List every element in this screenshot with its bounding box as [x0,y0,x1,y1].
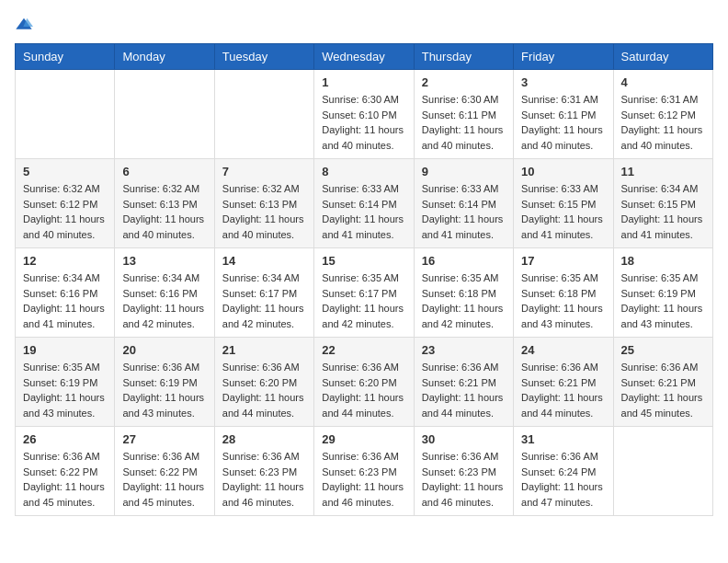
sunset-text: Sunset: 6:16 PM [122,288,197,299]
day-info: Sunrise: 6:32 AM Sunset: 6:13 PM Dayligh… [122,181,206,242]
day-cell-31: 31 Sunrise: 6:36 AM Sunset: 6:24 PM Dayl… [514,427,613,516]
day-info: Sunrise: 6:35 AM Sunset: 6:19 PM Dayligh… [621,270,705,331]
daylight-text: Daylight: 11 hours and 40 minutes. [521,124,603,151]
day-cell-26: 26 Sunrise: 6:36 AM Sunset: 6:22 PM Dayl… [16,427,115,516]
header-saturday: Saturday [613,44,712,70]
header-monday: Monday [115,44,214,70]
day-number: 14 [222,254,306,268]
day-cell-10: 10 Sunrise: 6:33 AM Sunset: 6:15 PM Dayl… [514,159,613,248]
header-tuesday: Tuesday [214,44,313,70]
sunset-text: Sunset: 6:18 PM [422,288,496,299]
sunrise-text: Sunrise: 6:35 AM [322,272,399,283]
day-number: 18 [621,254,705,268]
day-cell-empty [214,70,313,159]
week-row-2: 5 Sunrise: 6:32 AM Sunset: 6:12 PM Dayli… [16,159,713,248]
header-wednesday: Wednesday [314,44,414,70]
week-row-1: 1 Sunrise: 6:30 AM Sunset: 6:10 PM Dayli… [16,70,713,159]
day-info: Sunrise: 6:36 AM Sunset: 6:21 PM Dayligh… [422,360,506,420]
daylight-text: Daylight: 11 hours and 45 minutes. [23,481,105,508]
day-number: 24 [521,343,605,357]
day-number: 6 [122,165,206,178]
sunset-text: Sunset: 6:13 PM [122,199,197,210]
day-cell-18: 18 Sunrise: 6:35 AM Sunset: 6:19 PM Dayl… [613,248,712,338]
daylight-text: Daylight: 11 hours and 42 minutes. [322,303,404,329]
calendar-header-row: SundayMondayTuesdayWednesdayThursdayFrid… [16,44,713,70]
daylight-text: Daylight: 11 hours and 45 minutes. [621,392,703,419]
sunset-text: Sunset: 6:21 PM [621,377,696,388]
day-cell-23: 23 Sunrise: 6:36 AM Sunset: 6:21 PM Dayl… [414,338,513,427]
sunrise-text: Sunrise: 6:34 AM [621,183,699,194]
day-cell-14: 14 Sunrise: 6:34 AM Sunset: 6:17 PM Dayl… [214,248,313,338]
day-cell-8: 8 Sunrise: 6:33 AM Sunset: 6:14 PM Dayli… [314,159,414,248]
sunset-text: Sunset: 6:17 PM [222,288,297,299]
day-cell-29: 29 Sunrise: 6:36 AM Sunset: 6:23 PM Dayl… [314,427,414,516]
sunset-text: Sunset: 6:23 PM [222,466,297,477]
day-number: 2 [422,75,506,89]
day-cell-empty [16,70,115,159]
daylight-text: Daylight: 11 hours and 43 minutes. [122,392,204,419]
day-cell-28: 28 Sunrise: 6:36 AM Sunset: 6:23 PM Dayl… [214,427,313,516]
daylight-text: Daylight: 11 hours and 42 minutes. [422,303,504,329]
day-number: 10 [521,165,605,178]
day-cell-19: 19 Sunrise: 6:35 AM Sunset: 6:19 PM Dayl… [16,338,115,427]
sunrise-text: Sunrise: 6:36 AM [422,362,499,373]
logo-icon [15,16,33,34]
sunset-text: Sunset: 6:19 PM [23,377,97,388]
day-info: Sunrise: 6:30 AM Sunset: 6:11 PM Dayligh… [422,92,506,153]
day-number: 9 [422,165,506,178]
sunrise-text: Sunrise: 6:32 AM [222,183,300,194]
sunrise-text: Sunrise: 6:36 AM [621,362,699,373]
header-sunday: Sunday [16,44,115,70]
day-number: 20 [122,343,206,357]
day-info: Sunrise: 6:36 AM Sunset: 6:22 PM Dayligh… [23,449,107,510]
day-info: Sunrise: 6:35 AM Sunset: 6:19 PM Dayligh… [23,360,107,420]
day-info: Sunrise: 6:32 AM Sunset: 6:13 PM Dayligh… [222,181,306,242]
daylight-text: Daylight: 11 hours and 40 minutes. [122,213,204,240]
sunset-text: Sunset: 6:15 PM [621,199,696,210]
day-cell-12: 12 Sunrise: 6:34 AM Sunset: 6:16 PM Dayl… [16,248,115,338]
daylight-text: Daylight: 11 hours and 40 minutes. [621,124,703,151]
daylight-text: Daylight: 11 hours and 43 minutes. [621,303,703,329]
day-number: 12 [23,254,107,268]
sunset-text: Sunset: 6:24 PM [521,466,596,477]
sunset-text: Sunset: 6:23 PM [322,466,396,477]
daylight-text: Daylight: 11 hours and 47 minutes. [521,481,603,508]
daylight-text: Daylight: 11 hours and 40 minutes. [322,124,404,151]
day-number: 11 [621,165,705,178]
day-info: Sunrise: 6:35 AM Sunset: 6:17 PM Dayligh… [322,270,405,331]
sunrise-text: Sunrise: 6:30 AM [422,94,499,105]
day-cell-27: 27 Sunrise: 6:36 AM Sunset: 6:22 PM Dayl… [115,427,214,516]
day-number: 26 [23,432,107,446]
sunset-text: Sunset: 6:10 PM [322,109,396,121]
day-number: 16 [422,254,506,268]
day-number: 15 [322,254,405,268]
day-info: Sunrise: 6:34 AM Sunset: 6:15 PM Dayligh… [621,181,705,242]
sunrise-text: Sunrise: 6:31 AM [621,94,699,105]
daylight-text: Daylight: 11 hours and 43 minutes. [23,392,105,419]
logo [15,15,37,34]
sunrise-text: Sunrise: 6:36 AM [322,362,399,373]
sunrise-text: Sunrise: 6:30 AM [322,94,399,105]
header-thursday: Thursday [414,44,513,70]
day-number: 1 [322,75,405,89]
day-cell-1: 1 Sunrise: 6:30 AM Sunset: 6:10 PM Dayli… [314,70,414,159]
day-info: Sunrise: 6:31 AM Sunset: 6:12 PM Dayligh… [621,92,705,153]
sunset-text: Sunset: 6:18 PM [521,288,596,299]
sunrise-text: Sunrise: 6:33 AM [322,183,399,194]
sunset-text: Sunset: 6:21 PM [521,377,596,388]
sunrise-text: Sunrise: 6:35 AM [521,272,598,283]
day-info: Sunrise: 6:36 AM Sunset: 6:22 PM Dayligh… [122,449,206,510]
sunrise-text: Sunrise: 6:35 AM [621,272,699,283]
sunrise-text: Sunrise: 6:36 AM [521,362,598,373]
sunset-text: Sunset: 6:19 PM [621,288,696,299]
day-info: Sunrise: 6:34 AM Sunset: 6:16 PM Dayligh… [23,270,107,331]
day-cell-7: 7 Sunrise: 6:32 AM Sunset: 6:13 PM Dayli… [214,159,313,248]
day-info: Sunrise: 6:32 AM Sunset: 6:12 PM Dayligh… [23,181,107,242]
day-info: Sunrise: 6:30 AM Sunset: 6:10 PM Dayligh… [322,92,405,153]
sunset-text: Sunset: 6:15 PM [521,199,596,210]
day-cell-16: 16 Sunrise: 6:35 AM Sunset: 6:18 PM Dayl… [414,248,513,338]
sunset-text: Sunset: 6:20 PM [322,377,396,388]
sunrise-text: Sunrise: 6:31 AM [521,94,598,105]
day-cell-24: 24 Sunrise: 6:36 AM Sunset: 6:21 PM Dayl… [514,338,613,427]
sunset-text: Sunset: 6:16 PM [23,288,97,299]
